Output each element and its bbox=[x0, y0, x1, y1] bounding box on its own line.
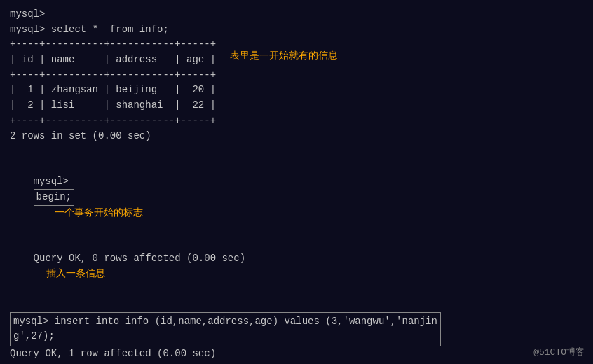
table-block: +----+----------+-----------+-----+ | id… bbox=[10, 37, 216, 128]
insert-annotation: 插入一条信息 bbox=[46, 268, 105, 279]
table-with-annotation: +----+----------+-----------+-----+ | id… bbox=[10, 37, 583, 128]
watermark: @51CTO博客 bbox=[533, 346, 585, 358]
table-bottom-border: +----+----------+-----------+-----+ bbox=[10, 113, 216, 129]
table-header-row: | id | name | address | age | bbox=[10, 52, 216, 68]
table-top-border: +----+----------+-----------+-----+ bbox=[10, 37, 216, 52]
insert-line-2: g',27); bbox=[13, 329, 437, 344]
begin-query-text: Query OK, 0 rows affected (0.00 sec) bbox=[34, 253, 245, 264]
select-cmd-line: mysql> select * from info; bbox=[10, 22, 583, 38]
terminal: mysql> mysql> select * from info; +----+… bbox=[0, 0, 593, 364]
begin-line: mysql> begin; 一个事务开始的标志 bbox=[10, 159, 583, 236]
table-data-row-1: | 1 | zhangsan | beijing | 20 | bbox=[10, 83, 216, 98]
rows-in-set: 2 rows in set (0.00 sec) bbox=[10, 129, 583, 144]
insert-line-1: mysql> insert into info (id,name,address… bbox=[13, 314, 437, 330]
table-data-row-2: | 2 | lisi | shanghai | 22 | bbox=[10, 98, 216, 113]
prompt-1: mysql> bbox=[10, 8, 45, 20]
begin-query-result: Query OK, 0 rows affected (0.00 sec) 插入一… bbox=[10, 236, 583, 297]
blank-1 bbox=[10, 144, 583, 159]
begin-command-box: begin; bbox=[34, 189, 74, 206]
prompt-begin: mysql> bbox=[34, 176, 69, 187]
blank-2 bbox=[10, 297, 583, 312]
table-annotation: 表里是一开始就有的信息 bbox=[230, 50, 338, 62]
select-command: select * from info; bbox=[51, 24, 169, 35]
table-sep-border: +----+----------+-----------+-----+ bbox=[10, 68, 216, 83]
begin-annotation: 一个事务开始的标志 bbox=[55, 207, 143, 218]
insert-query-result: Query OK, 1 row affected (0.00 sec) bbox=[10, 346, 583, 362]
prompt-line-1: mysql> bbox=[10, 7, 583, 22]
insert-command-box: mysql> insert into info (id,name,address… bbox=[10, 312, 441, 346]
